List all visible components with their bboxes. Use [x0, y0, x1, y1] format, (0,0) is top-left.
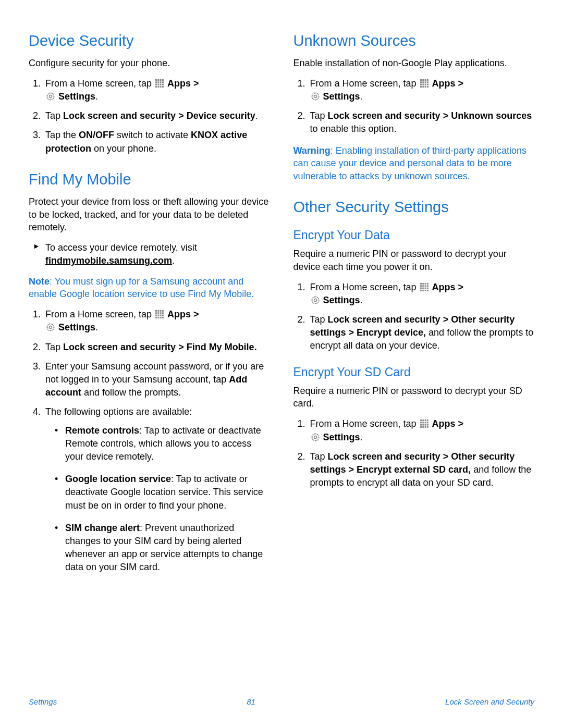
- svg-rect-3: [162, 79, 164, 81]
- steps-list: From a Home screen, tap Apps > Settings.…: [293, 281, 535, 353]
- step-item: From a Home screen, tap Apps > Settings.: [308, 77, 535, 103]
- settings-ring-icon: [46, 323, 55, 331]
- svg-rect-23: [157, 313, 159, 314]
- svg-rect-20: [160, 310, 162, 312]
- footer-center: 81: [247, 697, 255, 706]
- subheading-encrypt-sd: Encrypt Your SD Card: [293, 365, 535, 379]
- heading-other-security: Other Security Settings: [293, 199, 535, 216]
- svg-point-34: [47, 324, 54, 331]
- svg-rect-69: [426, 290, 428, 291]
- svg-rect-81: [422, 424, 424, 426]
- steps-list: From a Home screen, tap Apps > Settings.…: [293, 77, 535, 136]
- svg-rect-29: [162, 315, 164, 316]
- svg-rect-87: [426, 426, 428, 428]
- option-item: Google location service: Tap to activate…: [55, 473, 270, 512]
- svg-rect-50: [424, 86, 426, 88]
- intro-text: Configure security for your phone.: [29, 57, 270, 70]
- svg-rect-0: [155, 79, 157, 81]
- steps-list: From a Home screen, tap Apps > Settings.…: [29, 308, 270, 574]
- warning-text: Warning: Enabling installation of third-…: [293, 144, 535, 183]
- svg-rect-37: [422, 79, 424, 81]
- svg-rect-27: [157, 315, 159, 316]
- svg-rect-62: [420, 287, 422, 289]
- intro-text: Require a numeric PIN or password to dec…: [293, 248, 535, 274]
- apps-grid-icon: [155, 79, 164, 88]
- footer-left: Settings: [29, 697, 57, 706]
- svg-rect-25: [162, 313, 164, 314]
- svg-rect-4: [155, 81, 157, 83]
- svg-point-88: [312, 434, 319, 440]
- svg-point-17: [50, 95, 52, 98]
- svg-rect-83: [426, 424, 428, 426]
- svg-rect-48: [420, 86, 422, 88]
- subheading-encrypt-data: Encrypt Your Data: [293, 228, 535, 242]
- svg-rect-66: [420, 290, 422, 291]
- step-item: The following options are available: Rem…: [43, 405, 270, 574]
- svg-rect-64: [424, 287, 426, 289]
- step-item: From a Home screen, tap Apps > Settings.: [308, 417, 535, 443]
- right-column: Unknown Sources Enable installation of n…: [293, 30, 535, 589]
- svg-rect-77: [422, 422, 424, 424]
- options-list: Remote controls: Tap to activate or deac…: [45, 424, 270, 574]
- svg-rect-1: [157, 79, 159, 81]
- svg-rect-24: [160, 313, 162, 314]
- svg-rect-51: [426, 86, 428, 88]
- svg-point-16: [47, 93, 54, 100]
- svg-rect-6: [160, 81, 162, 83]
- svg-rect-65: [426, 287, 428, 289]
- arrow-list: To access your device remotely, visit fi…: [29, 241, 270, 267]
- step-item: Tap Lock screen and security > Other sec…: [308, 450, 535, 490]
- heading-device-security: Device Security: [29, 32, 270, 50]
- svg-rect-28: [160, 315, 162, 316]
- svg-rect-21: [162, 310, 164, 312]
- svg-rect-85: [422, 426, 424, 428]
- svg-rect-72: [420, 419, 422, 421]
- svg-rect-39: [426, 79, 428, 81]
- svg-rect-13: [157, 86, 159, 88]
- svg-rect-73: [422, 419, 424, 421]
- svg-point-71: [314, 299, 316, 301]
- svg-point-70: [312, 297, 319, 303]
- svg-rect-58: [420, 285, 422, 287]
- steps-list: From a Home screen, tap Apps > Settings.…: [293, 417, 535, 489]
- intro-text: Enable installation of non-Google Play a…: [293, 57, 535, 70]
- svg-rect-26: [155, 315, 157, 316]
- step-item: From a Home screen, tap Apps > Settings.: [43, 308, 270, 334]
- settings-ring-icon: [311, 296, 320, 304]
- step-item: From a Home screen, tap Apps > Settings.: [308, 281, 535, 307]
- svg-rect-84: [420, 426, 422, 428]
- intro-text: Require a numeric PIN or password to dec…: [293, 385, 535, 411]
- apps-grid-icon: [420, 419, 429, 428]
- svg-rect-14: [160, 86, 162, 88]
- svg-rect-46: [424, 83, 426, 85]
- svg-rect-45: [422, 83, 424, 85]
- svg-rect-61: [426, 285, 428, 287]
- page-footer: Settings 81 Lock Screen and Security: [29, 697, 534, 706]
- svg-rect-75: [426, 419, 428, 421]
- section-device-security: Device Security Configure security for y…: [29, 32, 270, 155]
- svg-rect-19: [157, 310, 159, 312]
- left-column: Device Security Configure security for y…: [29, 30, 270, 589]
- apps-grid-icon: [155, 310, 164, 318]
- section-find-my-mobile: Find My Mobile Protect your device from …: [29, 171, 270, 574]
- step-item: Enter your Samsung account password, or …: [43, 360, 270, 400]
- svg-point-35: [50, 326, 52, 329]
- svg-rect-76: [420, 422, 422, 424]
- option-item: Remote controls: Tap to activate or deac…: [55, 424, 270, 464]
- svg-rect-32: [160, 317, 162, 318]
- svg-rect-79: [426, 422, 428, 424]
- svg-rect-63: [422, 287, 424, 289]
- svg-point-52: [312, 93, 319, 100]
- svg-rect-33: [162, 317, 164, 318]
- svg-rect-40: [420, 81, 422, 83]
- svg-rect-86: [424, 426, 426, 428]
- settings-ring-icon: [311, 433, 320, 441]
- svg-rect-22: [155, 313, 157, 314]
- svg-rect-18: [155, 310, 157, 312]
- svg-rect-30: [155, 317, 157, 318]
- svg-rect-44: [420, 83, 422, 85]
- step-item: Tap Lock screen and security > Unknown s…: [308, 109, 535, 135]
- svg-rect-82: [424, 424, 426, 426]
- svg-rect-12: [155, 86, 157, 88]
- svg-rect-60: [424, 285, 426, 287]
